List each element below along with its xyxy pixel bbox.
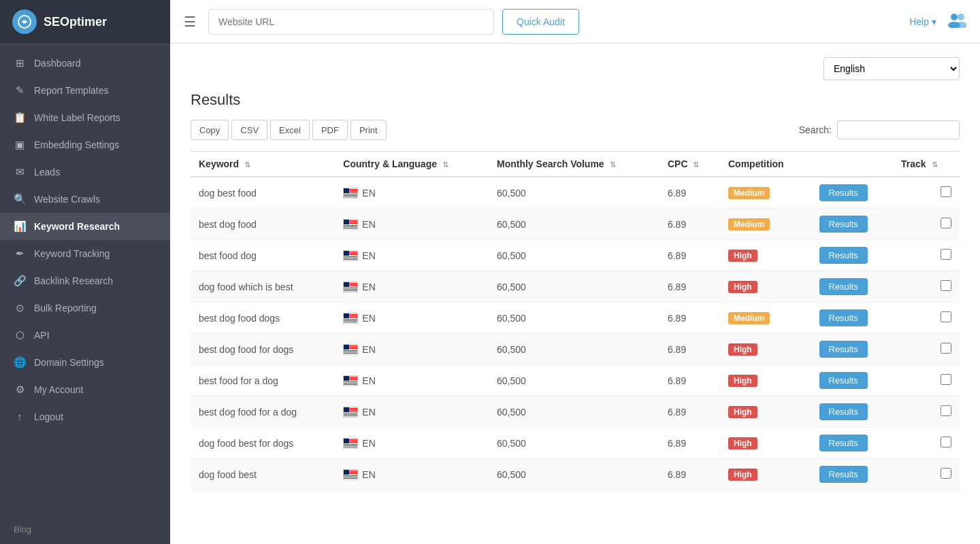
td-country: EN xyxy=(335,177,489,209)
td-track xyxy=(893,240,960,271)
results-button[interactable]: Results xyxy=(819,247,868,264)
sidebar-item-domain-settings[interactable]: 🌐 Domain Settings xyxy=(0,349,170,376)
td-track xyxy=(893,334,960,365)
competition-badge: Medium xyxy=(728,312,770,324)
results-button[interactable]: Results xyxy=(819,216,868,233)
website-url-input[interactable] xyxy=(208,9,494,35)
competition-badge: High xyxy=(728,250,757,262)
td-country: EN xyxy=(335,240,489,271)
country-lang-label: EN xyxy=(362,282,375,292)
export-btn-pdf[interactable]: PDF xyxy=(312,120,348,140)
competition-badge: High xyxy=(728,469,757,481)
nav-label-domain-settings: Domain Settings xyxy=(34,357,104,368)
td-country: EN xyxy=(335,334,489,365)
results-button[interactable]: Results xyxy=(819,466,868,483)
svg-point-1 xyxy=(951,14,958,20)
nav-label-my-account: My Account xyxy=(34,384,83,395)
sidebar-item-logout[interactable]: ↑ Logout xyxy=(0,403,170,430)
country-lang-label: EN xyxy=(362,469,375,480)
nav-icon-my-account: ⚙ xyxy=(14,384,26,396)
track-checkbox[interactable] xyxy=(941,218,951,228)
results-button[interactable]: Results xyxy=(819,435,868,452)
nav-icon-api: ⬡ xyxy=(14,329,26,341)
export-btn-copy[interactable]: Copy xyxy=(191,120,229,140)
main-area: ☰ Quick Audit Help ▾ EnglishSpanishFrenc… xyxy=(170,0,980,544)
sidebar-item-keyword-research[interactable]: 📊 Keyword Research xyxy=(0,213,170,240)
td-track xyxy=(893,177,960,209)
competition-badge: High xyxy=(728,437,757,449)
sidebar-item-leads[interactable]: ✉ Leads xyxy=(0,158,170,186)
results-button[interactable]: Results xyxy=(819,403,868,420)
export-buttons-group: CopyCSVExcelPDFPrint xyxy=(191,120,387,140)
sidebar-item-my-account[interactable]: ⚙ My Account xyxy=(0,376,170,403)
td-keyword: best dog food dogs xyxy=(191,303,335,334)
sidebar-item-api[interactable]: ⬡ API xyxy=(0,322,170,349)
quick-audit-button[interactable]: Quick Audit xyxy=(502,9,579,35)
td-competition: Medium xyxy=(720,209,811,240)
help-button[interactable]: Help ▾ xyxy=(909,16,936,27)
td-results-btn: Results xyxy=(811,365,894,396)
results-button[interactable]: Results xyxy=(819,184,868,201)
th-country-language: Country & Language ⇅ xyxy=(335,152,489,177)
td-cpc: 6.89 xyxy=(659,271,720,303)
nav-icon-report-templates: ✎ xyxy=(14,84,26,97)
sidebar-item-backlink-research[interactable]: 🔗 Backlink Research xyxy=(0,267,170,294)
us-flag-icon xyxy=(343,219,358,230)
nav-icon-website-crawls: 🔍 xyxy=(14,193,26,205)
table-row: best food dog EN 60,500 6.89 High Result… xyxy=(191,240,960,271)
export-btn-excel[interactable]: Excel xyxy=(270,120,310,140)
track-checkbox[interactable] xyxy=(941,280,951,291)
track-checkbox[interactable] xyxy=(941,468,951,479)
td-volume: 60,500 xyxy=(489,428,659,459)
td-competition: High xyxy=(720,396,811,428)
country-lang-label: EN xyxy=(362,313,375,324)
language-select[interactable]: EnglishSpanishFrenchGermanItalian xyxy=(823,57,960,80)
sidebar-blog-link[interactable]: Blog xyxy=(0,515,170,544)
table-body: dog best food EN 60,500 6.89 Medium Resu… xyxy=(191,177,960,490)
us-flag-icon xyxy=(343,313,358,324)
results-button[interactable]: Results xyxy=(819,372,868,389)
track-checkbox[interactable] xyxy=(941,374,951,385)
td-competition: High xyxy=(720,271,811,303)
sidebar-nav: ⊞ Dashboard ✎ Report Templates 📋 White L… xyxy=(0,44,170,515)
td-country: EN xyxy=(335,303,489,334)
track-checkbox[interactable] xyxy=(941,405,951,416)
table-row: best dog food EN 60,500 6.89 Medium Resu… xyxy=(191,209,960,240)
us-flag-icon xyxy=(343,344,358,355)
sidebar-item-dashboard[interactable]: ⊞ Dashboard xyxy=(0,50,170,77)
td-track xyxy=(893,459,960,490)
track-checkbox[interactable] xyxy=(941,186,951,197)
sidebar-item-white-label-reports[interactable]: 📋 White Label Reports xyxy=(0,104,170,131)
export-btn-print[interactable]: Print xyxy=(350,120,387,140)
search-input[interactable] xyxy=(837,120,960,139)
sidebar-item-report-templates[interactable]: ✎ Report Templates xyxy=(0,77,170,104)
table-row: best dog food for dogs EN 60,500 6.89 Hi… xyxy=(191,334,960,365)
country-lang-label: EN xyxy=(362,250,375,261)
competition-badge: High xyxy=(728,406,757,418)
td-volume: 60,500 xyxy=(489,303,659,334)
td-keyword: best dog food xyxy=(191,209,335,240)
track-checkbox[interactable] xyxy=(941,437,951,447)
results-button[interactable]: Results xyxy=(819,341,868,358)
results-button[interactable]: Results xyxy=(819,278,868,295)
export-btn-csv[interactable]: CSV xyxy=(231,120,267,140)
td-volume: 60,500 xyxy=(489,365,659,396)
td-volume: 60,500 xyxy=(489,459,659,490)
td-country: EN xyxy=(335,396,489,428)
sidebar-item-embedding-settings[interactable]: ▣ Embedding Settings xyxy=(0,131,170,158)
menu-icon[interactable]: ☰ xyxy=(184,14,196,30)
content-area: EnglishSpanishFrenchGermanItalian Result… xyxy=(170,44,980,544)
competition-badge: High xyxy=(728,375,757,387)
sidebar-item-website-crawls[interactable]: 🔍 Website Crawls xyxy=(0,186,170,213)
sidebar-logo[interactable]: SEOptimer xyxy=(0,0,170,44)
td-volume: 60,500 xyxy=(489,396,659,428)
results-button[interactable]: Results xyxy=(819,309,868,326)
search-row: Search: xyxy=(799,120,960,139)
track-checkbox[interactable] xyxy=(941,249,951,260)
sidebar-item-keyword-tracking[interactable]: ✒ Keyword Tracking xyxy=(0,240,170,267)
sidebar-item-bulk-reporting[interactable]: ⊙ Bulk Reporting xyxy=(0,294,170,322)
users-icon[interactable] xyxy=(947,12,966,32)
track-checkbox[interactable] xyxy=(941,343,951,354)
table-row: best dog food dogs EN 60,500 6.89 Medium… xyxy=(191,303,960,334)
track-checkbox[interactable] xyxy=(941,311,951,322)
